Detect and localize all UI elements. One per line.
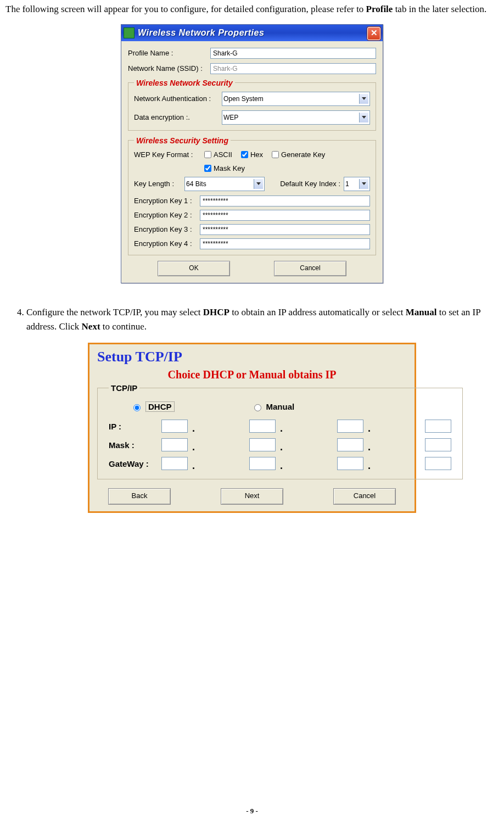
app-icon [124,27,135,38]
key-length-select[interactable]: 64 Bits [184,177,265,191]
step-4-text: Configure the network TCP/IP, you may se… [26,305,499,334]
ip-octet-4[interactable] [425,420,451,433]
gateway-octet-3[interactable] [337,457,363,470]
ascii-checkbox[interactable]: ASCII [202,149,232,160]
chevron-down-icon [359,94,368,104]
ssid-label: Network Name (SSID) : [128,64,210,72]
gateway-octet-1[interactable] [161,457,188,470]
chevron-down-icon [359,179,368,189]
ssid-input [210,63,376,74]
back-button[interactable]: Back [108,488,171,505]
chevron-down-icon [359,113,368,122]
ok-button[interactable]: OK [158,261,230,276]
titlebar: Wireless Network Properties ✕ [121,25,383,41]
mask-key-checkbox-input[interactable] [204,165,211,172]
manual-radio[interactable]: Manual [251,402,295,411]
network-security-group: Wireless Network Security Network Authen… [128,79,376,131]
encryption-key-4-label: Encryption Key 4 : [134,239,200,248]
wep-format-label: WEP Key Format : [134,150,202,159]
auth-label: Network Authentication : [134,94,222,103]
profile-name-label: Profile Name : [128,49,210,57]
gateway-octet-2[interactable] [249,457,276,470]
hex-checkbox[interactable]: Hex [239,149,263,160]
cancel-button[interactable]: Cancel [274,261,346,276]
gateway-label: GateWay : [109,459,161,468]
default-key-index-label: Default Key Index : [280,180,340,188]
dhcp-radio-input[interactable] [133,404,141,411]
chevron-down-icon [254,179,263,189]
security-setting-group: Wireless Security Setting WEP Key Format… [128,136,376,255]
mask-label: Mask : [109,440,161,450]
encryption-key-2-input[interactable] [200,210,370,221]
default-key-index-value: 1 [345,180,349,188]
generate-key-checkbox[interactable]: Generate Key [270,149,325,160]
next-button[interactable]: Next [221,488,283,505]
profile-name-input[interactable] [210,48,376,59]
ascii-checkbox-input[interactable] [204,151,211,158]
auth-value: Open System [223,95,264,103]
mask-octet-2[interactable] [249,438,276,451]
key-length-label: Key Length : [134,180,181,188]
security-setting-legend: Wireless Security Setting [134,136,231,145]
ip-octet-2[interactable] [249,420,276,433]
intro-pre: The following screen will appear for you… [5,4,366,14]
ip-label: IP : [109,422,161,431]
encryption-key-3-label: Encryption Key 3 : [134,225,200,233]
cancel-button-2[interactable]: Cancel [333,488,396,505]
wireless-properties-dialog: Wireless Network Properties ✕ Profile Na… [121,24,383,283]
encryption-key-2-label: Encryption Key 2 : [134,211,200,219]
encryption-value: WEP [223,114,238,121]
mask-octet-4[interactable] [425,438,451,451]
mask-octet-3[interactable] [337,438,363,451]
intro-bold: Profile [366,4,393,14]
default-key-index-select[interactable]: 1 [344,177,370,191]
ip-octet-3[interactable] [337,420,363,433]
page-number: - 9 - [0,807,504,816]
tcpip-title: Setup TCP/IP [89,344,415,365]
generate-key-checkbox-input[interactable] [272,151,279,158]
close-icon: ✕ [371,28,378,37]
encryption-label: Data encryption :. [134,113,222,121]
key-length-value: 64 Bits [186,180,206,188]
ip-octet-1[interactable] [161,420,188,433]
tcpip-subtitle: Choice DHCP or Manual obtains IP [89,368,415,381]
network-security-legend: Wireless Network Security [134,79,235,87]
mask-key-checkbox[interactable]: Mask Key [202,163,245,174]
intro-post: tab in the later selection. [393,4,486,14]
gateway-octet-4[interactable] [425,457,451,470]
hex-checkbox-input[interactable] [241,151,248,158]
dhcp-radio[interactable]: DHCP [131,401,175,412]
tcpip-legend: TCP/IP [109,383,139,393]
manual-radio-input[interactable] [254,404,261,411]
encryption-select[interactable]: WEP [222,110,370,125]
intro-paragraph: The following screen will appear for you… [5,2,499,16]
close-button[interactable]: ✕ [367,27,380,40]
encryption-key-1-input[interactable] [200,196,370,206]
dialog-title: Wireless Network Properties [138,28,264,38]
mask-octet-1[interactable] [161,438,188,451]
encryption-key-4-input[interactable] [200,238,370,249]
tcpip-group: TCP/IP DHCP Manual IP : . . . [97,383,463,479]
encryption-key-3-input[interactable] [200,224,370,235]
auth-select[interactable]: Open System [222,92,370,106]
setup-tcpip-dialog: Setup TCP/IP Choice DHCP or Manual obtai… [88,343,416,513]
encryption-key-1-label: Encryption Key 1 : [134,197,200,205]
